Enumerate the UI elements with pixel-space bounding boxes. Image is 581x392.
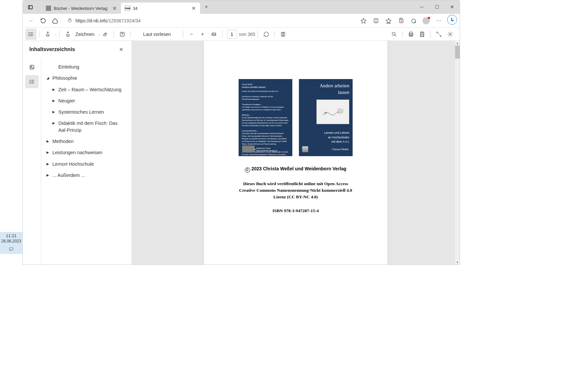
- page-number-input[interactable]: [227, 30, 237, 39]
- toc-toggle-button[interactable]: [25, 29, 37, 40]
- sidebar-title: Inhaltsverzeichnis: [29, 46, 75, 52]
- fullscreen-button[interactable]: [433, 29, 445, 40]
- text-button[interactable]: [117, 29, 128, 40]
- toc-item[interactable]: ▶Didaktik mit dem Fisch: Das Aal-Prinzip: [50, 118, 129, 136]
- isbn-line: ISBN 978-3-947287-15-4: [216, 208, 375, 213]
- svg-rect-0: [28, 5, 32, 9]
- address-bar: ← https://d-nb.info/1293671924/34: [23, 14, 460, 28]
- svg-point-14: [29, 35, 29, 36]
- scrollbar[interactable]: ▲ ▼: [455, 41, 460, 265]
- draw-label: Zeichnen: [75, 32, 95, 37]
- book-cover-front: Andere arbeiten lassen Lernen und Lehren…: [299, 79, 353, 156]
- favorites-menu-button[interactable]: [383, 15, 394, 27]
- profile-button[interactable]: [420, 15, 432, 27]
- svg-rect-31: [421, 32, 423, 33]
- scroll-thumb[interactable]: [455, 45, 460, 59]
- toc-list: Einleitung ◢Philosophie ▶Zeit – Raum – W…: [41, 58, 131, 265]
- read-aloud-button[interactable]: Laut vorlesen: [143, 32, 171, 37]
- home-button[interactable]: [49, 15, 61, 27]
- caret-down-icon: ◢: [46, 76, 50, 80]
- window-minimize-button[interactable]: ─: [414, 0, 429, 14]
- performance-button[interactable]: [408, 15, 420, 27]
- svg-point-40: [30, 83, 30, 84]
- sidebar-close-button[interactable]: ✕: [117, 45, 125, 53]
- toc-item[interactable]: ▶Neugier: [50, 95, 129, 106]
- tab-inactive[interactable]: Bücher - Weidenborn Verlag ✕: [42, 3, 121, 14]
- svg-rect-24: [281, 32, 283, 36]
- highlight-button[interactable]: [42, 29, 53, 40]
- tab-close-button[interactable]: ✕: [112, 6, 117, 11]
- fit-width-button[interactable]: [208, 29, 219, 40]
- svg-rect-28: [410, 32, 413, 34]
- svg-rect-32: [421, 34, 423, 36]
- svg-point-11: [414, 21, 416, 23]
- pdf-viewer[interactable]: Christa Weßel Andere arbeiten lassen Ler…: [131, 41, 460, 265]
- svg-rect-45: [10, 248, 13, 250]
- rotate-button[interactable]: [261, 29, 272, 40]
- svg-marker-3: [361, 18, 366, 23]
- tab-actions-button[interactable]: [25, 2, 35, 12]
- svg-point-39: [30, 81, 30, 82]
- barcode-icon: [242, 146, 254, 152]
- chat-icon[interactable]: [0, 247, 22, 253]
- scroll-down-button[interactable]: ▼: [455, 260, 460, 265]
- print-button[interactable]: [405, 29, 417, 40]
- outline-tab[interactable]: [25, 75, 39, 88]
- sidebar: Inhaltsverzeichnis ✕ Einleitung ◢Philoso…: [23, 41, 131, 265]
- tab-title: Bücher - Weidenborn Verlag: [54, 6, 109, 11]
- erase-button[interactable]: [100, 29, 111, 40]
- thumbnails-tab[interactable]: [25, 61, 39, 74]
- draw-button[interactable]: [62, 29, 73, 40]
- toc-item[interactable]: ▶... Außerdem ...: [44, 170, 129, 181]
- svg-point-26: [392, 32, 395, 35]
- caret-right-icon: ▶: [46, 173, 50, 177]
- toc-item[interactable]: Einleitung: [50, 61, 129, 72]
- svg-rect-36: [30, 65, 34, 69]
- toc-item[interactable]: ▶Systemisches Lernen: [50, 106, 129, 118]
- favicon-icon: DNB: [125, 6, 130, 11]
- settings-button[interactable]: [445, 29, 456, 40]
- window-maximize-button[interactable]: ☐: [429, 0, 445, 14]
- svg-point-12: [29, 32, 29, 33]
- search-button[interactable]: [389, 29, 400, 40]
- toc-item[interactable]: ▶Zeit – Raum – Wertschätzung: [50, 84, 129, 95]
- svg-line-33: [437, 32, 438, 34]
- svg-line-34: [440, 35, 441, 36]
- copyright-line: C2023 Christa Weßel und Weidenborn Verla…: [216, 166, 375, 173]
- svg-point-37: [31, 66, 32, 67]
- lock-icon: [68, 18, 72, 24]
- scroll-up-button[interactable]: ▲: [455, 41, 460, 45]
- clock-widget: 11:21 26.06.2023: [0, 232, 22, 254]
- chevron-down-icon[interactable]: ⌵: [55, 32, 57, 36]
- window-close-button[interactable]: ✕: [445, 0, 460, 14]
- favicon-icon: [46, 6, 51, 11]
- tab-active[interactable]: DNB 34 ✕: [121, 3, 200, 14]
- tab-close-button[interactable]: ✕: [191, 6, 196, 11]
- save-button[interactable]: [417, 29, 428, 40]
- favorite-button[interactable]: [358, 15, 369, 27]
- svg-point-13: [29, 34, 29, 35]
- back-button[interactable]: ←: [25, 15, 37, 27]
- caret-right-icon: ▶: [52, 121, 56, 125]
- zoom-in-button[interactable]: +: [197, 29, 208, 40]
- clock-date: 26.06.2023: [0, 239, 22, 243]
- url-input[interactable]: https://d-nb.info/1293671924/34: [64, 15, 355, 26]
- svg-marker-6: [386, 18, 391, 23]
- zoom-out-button[interactable]: −: [186, 29, 197, 40]
- new-tab-button[interactable]: +: [201, 2, 211, 12]
- toc-item[interactable]: ▶Leistungen nachweisen: [44, 147, 129, 158]
- collections-button[interactable]: [395, 15, 407, 27]
- svg-rect-2: [69, 20, 71, 22]
- toc-item[interactable]: ◢Philosophie: [44, 72, 129, 84]
- reading-list-button[interactable]: [370, 15, 382, 27]
- caret-right-icon: ▶: [52, 88, 56, 91]
- svg-rect-25: [283, 32, 285, 36]
- bing-chat-button[interactable]: [447, 15, 457, 25]
- toc-item[interactable]: ▶Methoden: [44, 136, 129, 147]
- caret-right-icon: ▶: [52, 99, 56, 102]
- page-view-button[interactable]: [277, 29, 289, 40]
- caret-right-icon: ▶: [52, 110, 56, 114]
- toc-item[interactable]: ▶Lernort Hochschule: [44, 158, 129, 170]
- menu-button[interactable]: ⋯: [433, 15, 445, 27]
- refresh-button[interactable]: [37, 15, 49, 27]
